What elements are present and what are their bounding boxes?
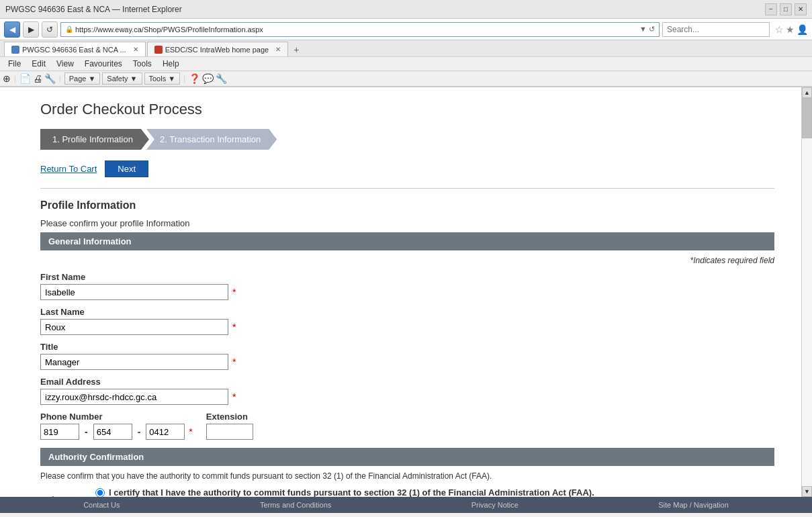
scrollbar-down[interactable]: ▼ (802, 486, 812, 497)
phone-part3-input[interactable] (146, 424, 185, 440)
tab-esdc[interactable]: ESDC/SC IntraWeb home page ✕ (147, 42, 288, 56)
menu-favourites[interactable]: Favourites (79, 58, 128, 70)
menu-help[interactable]: Help (157, 58, 185, 70)
extension-input[interactable] (206, 424, 253, 440)
first-name-group: First Name * (40, 272, 774, 300)
restore-button[interactable]: □ (780, 3, 792, 15)
email-group: Email Address * (40, 377, 774, 405)
back-button[interactable]: ◀ (4, 21, 20, 38)
tab-label-esdc: ESDC/SC IntraWeb home page (165, 46, 269, 54)
search-icon-group: ☆ ★ 👤 (775, 24, 808, 35)
general-info-header: General Information (40, 232, 774, 250)
radio-yes-label[interactable]: I certify that I have the authority to c… (109, 487, 594, 497)
last-name-required: * (232, 322, 236, 332)
authority-header: Authority Confirmation (40, 448, 774, 466)
menu-file[interactable]: File (3, 58, 26, 70)
red-arrow-icon (40, 489, 87, 497)
title-input[interactable] (40, 354, 228, 370)
first-name-label: First Name (40, 272, 774, 282)
phone-part2-input[interactable] (93, 424, 132, 440)
step-profile-label: 1. Profile Information (52, 134, 133, 144)
scrollbar[interactable]: ▲ ▼ (801, 87, 812, 497)
last-name-input[interactable] (40, 319, 228, 335)
toolbar-icon-2: 📄 (19, 73, 31, 84)
tab-label-pwgsc: PWGSC 946636 East & NCA ... (22, 46, 126, 54)
radio-options-container: I certify that I have the authority to c… (95, 487, 594, 497)
footer-contact[interactable]: Contact Us (83, 501, 120, 509)
extension-label: Extension (206, 412, 253, 422)
radio-yes-input[interactable] (95, 488, 105, 498)
url-bar[interactable]: 🔒 https://www.eway.ca/Shop/PWGS/ProfileI… (60, 22, 660, 37)
arrow-radio-container: I certify that I have the authority to c… (40, 487, 774, 497)
title-label: Title (40, 342, 774, 352)
section-title: Profile Information (40, 199, 774, 211)
minimize-button[interactable]: − (765, 3, 777, 15)
steps-container: 1. Profile Information 2. Transaction In… (40, 129, 774, 150)
star-filled-icon: ★ (786, 24, 795, 35)
toolbar-sep-2: | (59, 75, 61, 83)
divider-top (40, 188, 774, 189)
toolbar-sep-3: | (183, 75, 185, 83)
phone-required: * (189, 426, 192, 437)
scrollbar-up[interactable]: ▲ (802, 87, 812, 98)
window-title: PWGSC 946636 East & NCA — Internet Explo… (5, 5, 182, 14)
tab-close-pwgsc[interactable]: ✕ (133, 46, 138, 53)
url-text: https://www.eway.ca/Shop/PWGS/ProfileInf… (75, 26, 637, 34)
tab-pwgsc[interactable]: PWGSC 946636 East & NCA ... ✕ (4, 42, 146, 56)
red-arrow-container (40, 489, 87, 497)
toolbar-icon-5: ❓ (189, 73, 200, 84)
new-tab-button[interactable]: + (289, 43, 303, 56)
authority-confirm-text: Please confirm that you have the authori… (40, 471, 774, 481)
required-note: *Indicates required field (40, 256, 774, 265)
authority-section: Authority Confirmation Please confirm th… (40, 448, 774, 497)
toolbar-icon-4: 🔧 (44, 73, 56, 84)
scrollbar-thumb[interactable] (802, 98, 812, 138)
last-name-group: Last Name * (40, 307, 774, 335)
first-name-input[interactable] (40, 284, 228, 300)
phone-group-wrapper: Phone Number - - * (40, 412, 193, 440)
email-row: * (40, 389, 774, 405)
footer-terms[interactable]: Terms and Conditions (260, 501, 331, 509)
tab-close-esdc[interactable]: ✕ (275, 46, 281, 53)
title-row: * (40, 354, 774, 370)
refresh-button[interactable]: ↺ (42, 21, 58, 38)
title-group: Title * (40, 342, 774, 370)
toolbar-icon-1: ⊕ (3, 73, 11, 84)
phone-ext-group: Phone Number - - * Extension (40, 412, 774, 440)
phone-sep-1: - (82, 426, 91, 437)
forward-button[interactable]: ▶ (23, 21, 39, 38)
address-bar: ◀ ▶ ↺ 🔒 https://www.eway.ca/Shop/PWGS/Pr… (0, 19, 812, 40)
email-input[interactable] (40, 389, 228, 405)
search-input[interactable] (662, 22, 770, 37)
tab-favicon-pwgsc (11, 46, 19, 54)
toolbar-icon-7: 🔧 (216, 73, 227, 84)
safety-button[interactable]: Safety ▼ (102, 73, 142, 85)
top-next-button[interactable]: Next (105, 160, 148, 177)
user-icon: 👤 (797, 24, 808, 35)
menu-view[interactable]: View (51, 58, 79, 70)
phone-sep-2: - (135, 426, 144, 437)
title-required: * (232, 357, 236, 367)
footer-privacy[interactable]: Privacy Notice (471, 501, 518, 509)
page-wrapper: Order Checkout Process 1. Profile Inform… (0, 87, 812, 497)
tab-favicon-esdc (154, 46, 163, 54)
radio-option-yes: I certify that I have the authority to c… (95, 487, 594, 497)
page-button[interactable]: Page ▼ (64, 73, 101, 85)
phone-part1-input[interactable] (40, 424, 79, 440)
phone-label: Phone Number (40, 412, 193, 422)
window-controls: − □ ✕ (765, 3, 807, 15)
tools-button[interactable]: Tools ▼ (144, 73, 181, 85)
footer-sitemap[interactable]: Site Map / Navigation (658, 501, 729, 509)
last-name-row: * (40, 319, 774, 335)
menu-tools[interactable]: Tools (128, 58, 157, 70)
step-transaction[interactable]: 2. Transaction Information (146, 129, 277, 150)
page-title: Order Checkout Process (40, 101, 774, 118)
star-icon: ☆ (775, 24, 784, 35)
tabs-bar: PWGSC 946636 East & NCA ... ✕ ESDC/SC In… (0, 40, 812, 57)
scrollbar-track[interactable] (802, 98, 812, 486)
step-profile[interactable]: 1. Profile Information (40, 129, 149, 150)
phone-ext-row: Phone Number - - * Extension (40, 412, 774, 440)
top-return-cart-link[interactable]: Return To Cart (40, 164, 97, 174)
close-button[interactable]: ✕ (795, 3, 807, 15)
menu-edit[interactable]: Edit (26, 58, 51, 70)
